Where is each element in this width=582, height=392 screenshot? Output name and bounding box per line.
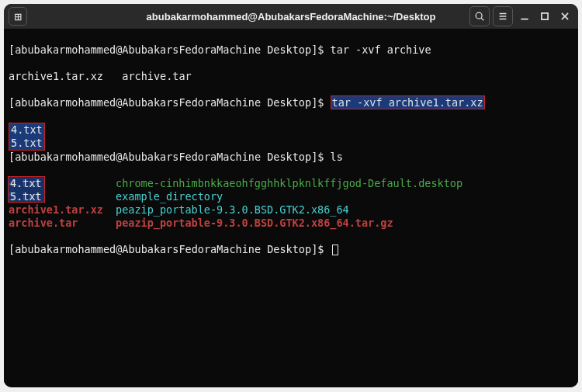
ls-file: example_directory (116, 190, 223, 203)
output-text: archive.tar (122, 70, 191, 82)
minimize-button[interactable] (516, 6, 533, 26)
terminal-window: ⊞ abubakarmohammed@AbubakarsFedoraMachin… (4, 4, 578, 387)
ls-row: archive1.tar.xzpeazip_portable-9.3.0.BSD… (9, 203, 573, 217)
highlighted-command: tar -xvf archive1.tar.xz (331, 95, 485, 109)
search-button[interactable] (469, 6, 490, 26)
output-text: archive1.tar.xz (9, 70, 103, 82)
new-tab-button[interactable]: ⊞ (9, 7, 27, 26)
titlebar: ⊞ abubakarmohammed@AbubakarsFedoraMachin… (4, 4, 578, 29)
window-title: abubakarmohammed@AbubakarsFedoraMachine:… (147, 11, 436, 23)
close-icon (559, 11, 570, 22)
maximize-button[interactable] (536, 6, 553, 26)
ls-file: chrome-cinhimbnkkaeohfgghhklpknlkffjgod-… (116, 177, 462, 190)
shell-prompt: [abubakarmohammed@AbubakarsFedoraMachine… (9, 151, 331, 163)
svg-point-0 (476, 12, 482, 19)
titlebar-left: ⊞ (9, 7, 27, 26)
close-button[interactable] (556, 6, 573, 26)
cursor-icon (332, 245, 338, 255)
terminal-line: [abubakarmohammed@AbubakarsFedoraMachine… (9, 43, 573, 57)
ls-file: peazip_portable-9.3.0.BSD.GTK2.x86_64 (116, 203, 349, 217)
command-text: ls (331, 151, 343, 163)
minimize-icon (519, 11, 530, 22)
titlebar-right (469, 6, 573, 26)
highlighted-output: 4.txt5.txt (9, 123, 45, 151)
hamburger-icon (497, 11, 508, 22)
ls-row: archive.tarpeazip_portable-9.3.0.BSD.GTK… (9, 217, 573, 230)
ls-output: 4.txtchrome-cinhimbnkkaeohfgghhklpknlkff… (9, 177, 573, 230)
ls-file: 5.txt (9, 190, 116, 203)
terminal-line: archive1.tar.xz archive.tar (9, 70, 573, 83)
shell-prompt: [abubakarmohammed@AbubakarsFedoraMachine… (9, 243, 331, 255)
terminal-content[interactable]: [abubakarmohammed@AbubakarsFedoraMachine… (4, 29, 578, 387)
hamburger-menu-button[interactable] (493, 6, 513, 26)
shell-prompt: [abubakarmohammed@AbubakarsFedoraMachine… (9, 43, 331, 56)
terminal-line: [abubakarmohammed@AbubakarsFedoraMachine… (9, 96, 573, 109)
search-icon (474, 11, 485, 22)
svg-line-1 (481, 18, 483, 20)
ls-file: archive.tar (9, 217, 116, 230)
terminal-line: [abubakarmohammed@AbubakarsFedoraMachine… (9, 243, 573, 256)
terminal-line: [abubakarmohammed@AbubakarsFedoraMachine… (9, 151, 573, 164)
svg-rect-6 (542, 13, 548, 19)
ls-file: peazip_portable-9.3.0.BSD.GTK2.x86_64.ta… (116, 217, 393, 230)
shell-prompt: [abubakarmohammed@AbubakarsFedoraMachine… (9, 96, 331, 109)
output-file: 4.txt (9, 123, 44, 137)
ls-file: 4.txt (9, 177, 116, 190)
maximize-icon (539, 11, 550, 22)
ls-row: 5.txtexample_directory (9, 190, 573, 203)
output-file: 5.txt (9, 137, 44, 150)
ls-file: archive1.tar.xz (9, 203, 116, 217)
command-text: tar -xvf archive (331, 43, 431, 56)
ls-row: 4.txtchrome-cinhimbnkkaeohfgghhklpknlkff… (9, 177, 573, 190)
